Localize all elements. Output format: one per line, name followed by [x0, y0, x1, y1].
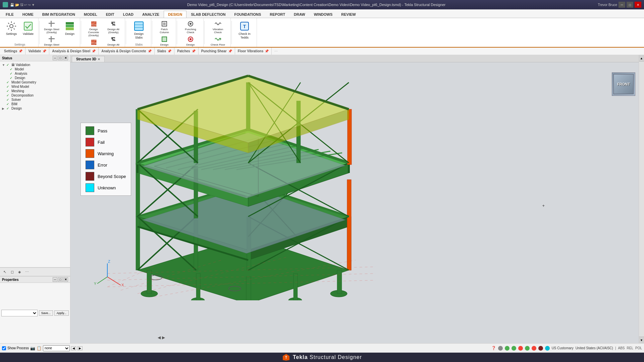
maximize-button[interactable]: □: [627, 2, 633, 8]
status-minimize-button[interactable]: ─: [53, 56, 57, 60]
tab-edit[interactable]: EDIT: [102, 11, 119, 18]
scroll-right-arrow[interactable]: ▶: [162, 335, 165, 340]
tab-draw[interactable]: DRAW: [289, 11, 310, 18]
status-close-button[interactable]: ✕: [63, 56, 68, 60]
props-close-button[interactable]: ✕: [63, 277, 68, 282]
tab-bim[interactable]: BIM INTEGRATION: [38, 11, 79, 18]
right-scrollbar[interactable]: ▲ ▼: [639, 55, 644, 343]
svg-text:T: T: [285, 356, 287, 359]
tree-item-design-sub[interactable]: ✓ Design: [1, 76, 69, 80]
tree-item-bim[interactable]: ✓ BIM: [1, 102, 69, 106]
status-indicator-8: [545, 346, 550, 351]
left-tool-select2[interactable]: ◈: [16, 268, 23, 275]
status-float-button[interactable]: □: [58, 56, 63, 60]
properties-content: Save... Apply...: [0, 283, 70, 343]
sub-concrete-pin[interactable]: 📌: [148, 49, 152, 53]
sub-slabs-pin[interactable]: 📌: [167, 49, 171, 53]
tab-file[interactable]: FILE: [1, 11, 18, 18]
minimize-button[interactable]: ─: [619, 2, 625, 8]
tab-model[interactable]: MODEL: [79, 11, 102, 18]
process-nav-next[interactable]: ▶: [77, 346, 83, 350]
design-steel-static-button[interactable]: Design Steel (Static): [42, 35, 61, 48]
left-tool-more[interactable]: ⋯: [23, 268, 30, 275]
check-in-tedds-button[interactable]: T Check In Tedds: [234, 19, 255, 41]
sub-validate-pin[interactable]: 📌: [42, 49, 46, 53]
tab-analyze[interactable]: ANALYZE: [138, 11, 164, 18]
process-nav-prev[interactable]: ◀: [71, 346, 76, 350]
patch-column-icon: [161, 20, 168, 27]
scroll-track[interactable]: [639, 62, 644, 337]
legend-color-beyond-scope: [86, 172, 94, 181]
abs-button[interactable]: ABS: [618, 346, 625, 350]
viewport-tab-bar: Structure 3D ✕: [70, 55, 639, 62]
tab-design[interactable]: DESIGN: [164, 11, 186, 18]
design-button[interactable]: Design: [62, 19, 78, 37]
patch-column-button[interactable]: Patch Column: [155, 19, 174, 35]
tree-item-model[interactable]: ✓ Model: [1, 67, 69, 71]
properties-dropdown[interactable]: [1, 310, 38, 316]
check-floor-vibration-button[interactable]: Check Floor Vibration: [207, 35, 228, 48]
sub-vibrations-pin[interactable]: 📌: [265, 49, 269, 53]
tree-item-validation[interactable]: ▼ ✓ 🏛 Validation: [1, 63, 69, 67]
design-concrete-gravity-icon: 🧱: [90, 20, 97, 27]
design-all-static-button[interactable]: 🏗 Design All (Static): [104, 35, 123, 48]
tree-item-meshing[interactable]: ✓ Meshing: [1, 89, 69, 93]
validate-button[interactable]: Validate: [20, 19, 36, 37]
save-button[interactable]: Save...: [39, 310, 53, 316]
design-punching-shear-button[interactable]: Design Punching Shear: [180, 35, 201, 48]
viewport-tab-structure3d[interactable]: Structure 3D ✕: [72, 56, 105, 62]
scroll-down-button[interactable]: ▼: [639, 337, 644, 343]
props-float-button[interactable]: □: [58, 277, 63, 282]
close-button[interactable]: ✕: [635, 2, 641, 8]
tab-review[interactable]: REVIEW: [337, 11, 360, 18]
design-patches-label: Design Patches: [156, 43, 172, 48]
process-dropdown[interactable]: none: [43, 345, 70, 351]
tree-item-wind-model[interactable]: ✓ Wind Model: [1, 84, 69, 89]
scroll-up-button[interactable]: ▲: [639, 55, 644, 62]
help-button[interactable]: ❓: [491, 346, 496, 350]
viewport-tab-close[interactable]: ✕: [98, 58, 100, 61]
design-all-gravity-button[interactable]: 🏗 Design All (Gravity): [104, 19, 123, 35]
left-tool-cursor[interactable]: ↖: [1, 268, 8, 275]
punching-check-button[interactable]: Punching Check: [180, 19, 201, 35]
tree-item-solver[interactable]: ✓ Solver: [1, 98, 69, 102]
tab-home[interactable]: HOME: [18, 11, 38, 18]
left-tool-select[interactable]: ◻: [9, 268, 15, 275]
nav-cube[interactable]: FRONT: [612, 72, 635, 96]
design-steel-gravity-button[interactable]: Design Steel (Gravity): [42, 19, 61, 35]
sub-validate-label: Validate: [28, 49, 41, 53]
sub-more-pin[interactable]: ⋯: [274, 49, 278, 53]
apply-button[interactable]: Apply...: [54, 310, 69, 316]
tree-item-model-geometry[interactable]: ✓ Model Geometry: [1, 80, 69, 84]
tree-item-decomposition[interactable]: ✓ Decomposition: [1, 93, 69, 98]
tab-report[interactable]: REPORT: [265, 11, 289, 18]
design-concrete-static-button[interactable]: 🧱 Design Concrete (Static): [84, 38, 103, 48]
scene-area[interactable]: X Y Z Pass: [70, 62, 639, 343]
sub-patches-pin[interactable]: 📌: [192, 49, 196, 53]
viewport[interactable]: Structure 3D ✕: [70, 55, 639, 343]
pol-button[interactable]: POL: [635, 346, 642, 350]
status-bar-icon2[interactable]: 📋: [37, 346, 42, 351]
design-patches-button[interactable]: Design Patches: [155, 35, 174, 48]
tab-foundations[interactable]: FOUNDATIONS: [230, 11, 265, 18]
tree-item-analysis[interactable]: ✓ Analysis: [1, 71, 69, 76]
design-slabs-button[interactable]: Design Slabs: [129, 19, 149, 41]
rel-button[interactable]: REL: [627, 346, 633, 350]
sub-steel-pin[interactable]: 📌: [92, 49, 96, 53]
properties-header: Properties ─ □ ✕: [0, 277, 70, 283]
tab-slab-deflection[interactable]: SLAB DEFLECTION: [186, 11, 230, 18]
props-minimize-button[interactable]: ─: [53, 277, 57, 282]
vibration-check-button[interactable]: Vibration Check: [207, 19, 228, 35]
settings-button[interactable]: Settings: [3, 19, 19, 37]
tab-load[interactable]: LOAD: [119, 11, 138, 18]
sub-punching-pin[interactable]: 📌: [228, 49, 232, 53]
scroll-left-arrow[interactable]: ◀: [158, 335, 161, 340]
tree-item-design[interactable]: ▶ ✓ Design: [1, 106, 69, 111]
sub-settings-pin[interactable]: 📌: [18, 49, 22, 53]
tab-windows[interactable]: WINDOWS: [310, 11, 337, 18]
tree-label-wind-model: Wind Model: [11, 85, 29, 88]
status-bar-icon1[interactable]: 📷: [30, 346, 35, 351]
show-process-checkbox[interactable]: [2, 346, 6, 350]
cursor-position-indicator: +: [542, 203, 545, 208]
design-concrete-gravity-button[interactable]: 🧱 Design Concrete (Gravity): [84, 19, 103, 38]
